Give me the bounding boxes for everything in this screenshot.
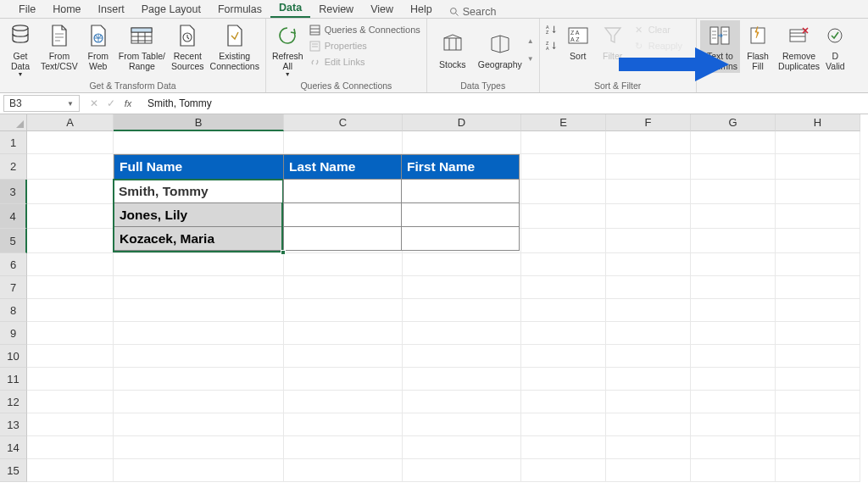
tab-help[interactable]: Help [402,1,441,18]
cell-H11[interactable] [776,368,860,391]
column-header-g[interactable]: G [691,114,776,131]
cell-H9[interactable] [776,322,860,345]
row-header-13[interactable]: 13 [0,413,27,436]
cell-G13[interactable] [691,413,776,436]
insert-function-button[interactable]: fx [120,98,136,108]
cell-F2[interactable] [606,154,691,180]
cell-G12[interactable] [691,391,776,413]
row-header-6[interactable]: 6 [0,253,27,276]
tab-home[interactable]: Home [44,1,89,18]
sort-za-button[interactable]: ZA [543,39,560,53]
tab-formulas[interactable]: Formulas [209,1,270,18]
cell-A13[interactable] [27,413,114,436]
row-header-5[interactable]: 5 [0,229,27,253]
from-table-range-button[interactable]: From Table/ Range [116,20,168,73]
cell-B14[interactable] [114,436,284,459]
table-cell[interactable] [401,179,520,203]
cell-E11[interactable] [521,368,606,391]
cell-C9[interactable] [284,322,403,345]
cell-A7[interactable] [27,276,114,299]
column-header-c[interactable]: C [284,114,403,131]
cell-E8[interactable] [521,299,606,322]
cell-G14[interactable] [691,436,776,459]
cell-F10[interactable] [606,345,691,368]
remove-duplicates-button[interactable]: Remove Duplicates [776,20,822,73]
cell-A4[interactable] [27,204,114,229]
cell-A6[interactable] [27,253,114,276]
cell-B15[interactable] [114,459,284,482]
row-header-2[interactable]: 2 [0,154,27,180]
cell-A3[interactable] [27,180,114,204]
cell-D8[interactable] [403,299,521,322]
from-web-button[interactable]: From Web [81,20,115,73]
existing-connections-button[interactable]: Existing Connections [208,20,262,73]
cell-A8[interactable] [27,299,114,322]
tab-page-layout[interactable]: Page Layout [133,1,209,18]
row-header-1[interactable]: 1 [0,131,27,154]
row-header-10[interactable]: 10 [0,345,27,368]
cell-B7[interactable] [114,276,284,299]
cell-F3[interactable] [606,180,691,204]
cell-E1[interactable] [521,131,606,154]
row-header-11[interactable]: 11 [0,368,27,391]
cell-F4[interactable] [606,204,691,229]
cell-C15[interactable] [284,459,403,482]
sort-az-button[interactable]: AZ [543,23,560,36]
cell-D10[interactable] [403,345,521,368]
cell-E10[interactable] [521,345,606,368]
row-header-15[interactable]: 15 [0,459,27,482]
cell-H7[interactable] [776,276,860,299]
cell-E13[interactable] [521,413,606,436]
row-header-4[interactable]: 4 [0,204,27,229]
cell-D1[interactable] [403,131,521,154]
data-validation-button[interactable]: D Valid [823,20,848,73]
cell-A5[interactable] [27,229,114,253]
formula-input[interactable]: Smith, Tommy [141,97,868,109]
chevron-down-icon[interactable]: ▼ [527,55,534,63]
column-header-b[interactable]: B [114,114,284,131]
cell-F12[interactable] [606,391,691,413]
column-header-d[interactable]: D [403,114,521,131]
queries-connections-button[interactable]: Queries & Connections [307,23,423,36]
cell-G9[interactable] [691,322,776,345]
cell-B13[interactable] [114,413,284,436]
edit-links-button[interactable]: Edit Links [307,55,423,69]
table-cell[interactable] [283,226,402,251]
cell-B9[interactable] [114,322,284,345]
geography-button[interactable]: Geography [476,29,525,71]
sort-button[interactable]: Z AA Z Sort [561,20,595,63]
row-header-8[interactable]: 8 [0,299,27,322]
cell-G4[interactable] [691,204,776,229]
tab-data[interactable]: Data [270,0,310,18]
cell-F8[interactable] [606,299,691,322]
cell-H1[interactable] [776,131,860,154]
recent-sources-button[interactable]: Recent Sources [169,20,207,73]
row-header-9[interactable]: 9 [0,322,27,345]
cell-F5[interactable] [606,229,691,253]
cell-E5[interactable] [521,229,606,253]
stocks-button[interactable]: Stocks [431,29,475,71]
cell-G7[interactable] [691,276,776,299]
properties-button[interactable]: Properties [307,39,423,53]
cell-A10[interactable] [27,345,114,368]
tab-file[interactable]: File [10,1,44,18]
cell-C10[interactable] [284,345,403,368]
cell-A11[interactable] [27,368,114,391]
cell-E4[interactable] [521,204,606,229]
clear-filter-button[interactable]: ✕Clear [631,23,693,36]
cell-F1[interactable] [606,131,691,154]
row-header-7[interactable]: 7 [0,276,27,299]
filter-button[interactable]: Filter [596,20,630,63]
column-header-h[interactable]: H [776,114,860,131]
cell-F14[interactable] [606,436,691,459]
cell-F7[interactable] [606,276,691,299]
cell-G5[interactable] [691,229,776,253]
refresh-all-button[interactable]: Refresh All ▼ [270,20,306,80]
column-header-a[interactable]: A [27,114,114,131]
tab-view[interactable]: View [362,1,402,18]
cell-B1[interactable] [114,131,284,154]
tab-review[interactable]: Review [310,1,362,18]
cell-B11[interactable] [114,368,284,391]
cell-G15[interactable] [691,459,776,482]
cell-F13[interactable] [606,413,691,436]
